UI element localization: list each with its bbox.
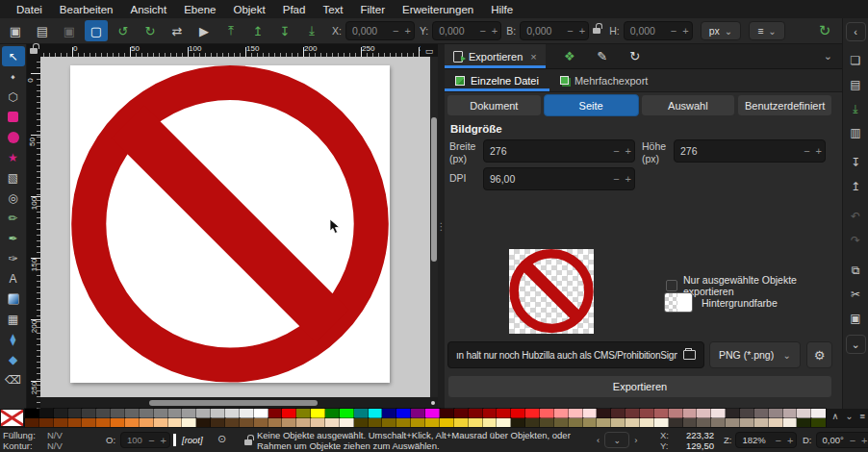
palette-swatch[interactable]	[711, 418, 726, 428]
field-b-input[interactable]: 0,000−+	[520, 21, 589, 40]
palette-swatch[interactable]	[469, 409, 483, 418]
tab-mehrfachexport[interactable]: Mehrfachexport	[549, 69, 658, 91]
palette-swatch[interactable]	[39, 418, 54, 428]
import-icon[interactable]: ↧	[846, 153, 866, 172]
palette-scroll-down-icon[interactable]: ⌄	[845, 411, 853, 421]
area-dokument-button[interactable]: Dokument	[447, 94, 542, 116]
shape-builder-tool[interactable]: ⬡	[2, 87, 25, 107]
background-color-swatch[interactable]	[664, 292, 693, 313]
palette-swatch[interactable]	[797, 418, 811, 428]
palette-swatch[interactable]	[240, 418, 254, 428]
palette-swatch[interactable]	[583, 418, 598, 428]
flip-vertical-icon[interactable]: ▶	[192, 20, 216, 41]
dialog-tab-align-icon[interactable]: ❖	[553, 49, 586, 63]
filename-input[interactable]: ın halt nur noch Hubzilla auch als CMS/P…	[447, 341, 704, 368]
menu-text[interactable]: Text	[314, 2, 351, 17]
palette-swatch[interactable]	[396, 409, 411, 418]
palette-swatch[interactable]	[469, 418, 483, 428]
palette-swatch[interactable]	[182, 418, 196, 428]
palette-swatch[interactable]	[54, 409, 68, 418]
vertical-scrollbar-thumb[interactable]	[431, 117, 437, 262]
palette-swatch[interactable]	[282, 409, 296, 418]
plus-button[interactable]: +	[858, 435, 868, 446]
text-tool[interactable]: A	[2, 268, 25, 289]
minus-button[interactable]: −	[847, 435, 858, 446]
lower-icon[interactable]: ↧	[273, 20, 296, 41]
area-seite-button[interactable]: Seite	[544, 94, 639, 116]
palette-swatch[interactable]	[82, 409, 96, 418]
palette-swatch[interactable]	[683, 418, 698, 428]
palette-swatch[interactable]	[96, 409, 111, 418]
palette-swatch[interactable]	[154, 418, 168, 428]
menu-ebene[interactable]: Ebene	[175, 2, 224, 17]
palette-swatch[interactable]	[140, 418, 154, 428]
palette-swatch[interactable]	[611, 418, 625, 428]
plus-button[interactable]: +	[784, 435, 796, 446]
palette-swatch[interactable]	[68, 418, 83, 428]
menu-objekt[interactable]: Objekt	[224, 2, 273, 17]
palette-swatch[interactable]	[396, 418, 411, 428]
palette-swatch[interactable]	[225, 418, 240, 428]
plus-button[interactable]: +	[576, 25, 588, 37]
minus-button[interactable]: −	[145, 435, 157, 446]
palette-swatch[interactable]	[783, 418, 798, 428]
dialog-tab-edit-icon[interactable]: ✎	[586, 49, 619, 63]
export-icon[interactable]: ↥	[846, 177, 866, 196]
open-document-icon[interactable]: ▤	[846, 75, 866, 94]
redo-icon[interactable]: ↷	[846, 231, 866, 250]
palette-swatch[interactable]	[325, 409, 340, 418]
palette-swatch[interactable]	[154, 409, 168, 418]
palette-swatch[interactable]	[754, 418, 769, 428]
zoom-input[interactable]: 182% − +	[735, 432, 797, 448]
plus-button[interactable]: +	[158, 435, 169, 446]
palette-swatch[interactable]	[254, 418, 268, 428]
palette-swatch[interactable]	[25, 409, 39, 418]
palette-swatch[interactable]	[583, 409, 598, 418]
palette-swatch[interactable]	[168, 409, 183, 418]
toggle-selection-cue-icon[interactable]: ▢	[85, 20, 108, 41]
current-layer-label[interactable]: [root]	[182, 435, 203, 445]
palette-swatch[interactable]	[82, 418, 96, 428]
copy-icon[interactable]: ⧉	[846, 261, 866, 280]
palette-swatch[interactable]	[268, 418, 283, 428]
selected-only-checkbox[interactable]	[666, 280, 677, 291]
palette-swatch[interactable]	[726, 418, 740, 428]
palette-swatch[interactable]	[25, 418, 39, 428]
palette-swatch[interactable]	[597, 409, 611, 418]
rotation-input[interactable]: 0,00° − +	[816, 432, 868, 448]
mesh-gradient-tool[interactable]: ▦	[2, 309, 25, 329]
pencil-tool[interactable]: ✏	[2, 208, 25, 228]
palette-swatch[interactable]	[454, 409, 469, 418]
export-button[interactable]: Exportieren	[447, 375, 832, 398]
dialog-tab-history-icon[interactable]: ↻	[619, 49, 651, 63]
palette-swatch[interactable]	[382, 418, 396, 428]
palette-swatch[interactable]	[683, 409, 698, 418]
palette-swatch[interactable]	[254, 409, 268, 418]
ellipse-tool[interactable]	[2, 127, 25, 147]
format-select[interactable]: PNG (*.png) ⌄	[709, 341, 801, 368]
no-color-swatch[interactable]	[1, 410, 23, 426]
palette-swatch[interactable]	[611, 409, 625, 418]
palette-swatch[interactable]	[726, 409, 740, 418]
plus-button[interactable]: +	[813, 145, 825, 157]
cut-icon[interactable]: ✂	[846, 285, 866, 304]
tab-einzelne-datei[interactable]: Einzelne Datei	[445, 69, 549, 91]
selector-tool[interactable]: ↖	[2, 46, 25, 66]
display-mode-button[interactable]: ▭	[421, 44, 438, 57]
palette-swatch[interactable]	[640, 409, 654, 418]
palette-swatch[interactable]	[125, 409, 140, 418]
palette-swatch[interactable]	[425, 409, 440, 418]
palette-swatch[interactable]	[354, 418, 369, 428]
palette-swatch[interactable]	[440, 409, 454, 418]
opacity-input[interactable]: 100 − +	[120, 432, 170, 448]
document-page[interactable]	[70, 65, 390, 383]
palette-swatch[interactable]	[697, 409, 711, 418]
minus-button[interactable]: −	[610, 145, 622, 157]
palette-swatch[interactable]	[168, 418, 183, 428]
palette-swatch[interactable]	[196, 418, 211, 428]
palette-swatch[interactable]	[511, 418, 525, 428]
palette-swatch[interactable]	[182, 409, 196, 418]
palette-swatch[interactable]	[125, 418, 140, 428]
palette-swatch[interactable]	[354, 409, 369, 418]
panel-divider[interactable]: ⋮	[438, 44, 445, 409]
